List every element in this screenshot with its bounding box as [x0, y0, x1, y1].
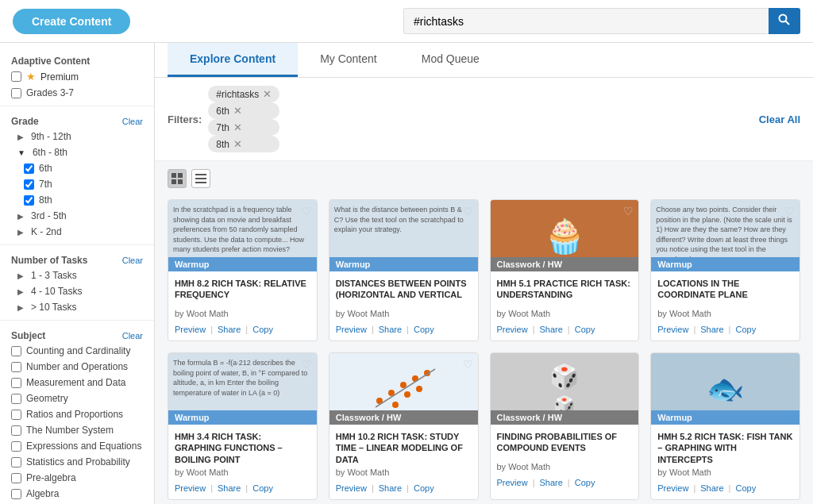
- favorite-icon[interactable]: ♡: [623, 358, 634, 371]
- grade-3-5-item[interactable]: ▶ 3rd - 5th: [0, 208, 154, 224]
- tab-explore[interactable]: Explore Content: [168, 43, 298, 77]
- subject-checkbox[interactable]: [11, 425, 21, 436]
- tasks-4-10-item[interactable]: ▶ 4 - 10 Tasks: [0, 283, 154, 299]
- grade-k-2-item[interactable]: ▶ K - 2nd: [0, 224, 154, 240]
- subject-label: Number and Operations: [26, 361, 128, 372]
- copy-link[interactable]: Copy: [414, 325, 434, 334]
- preview-link[interactable]: Preview: [497, 325, 528, 334]
- copy-link[interactable]: Copy: [252, 483, 273, 493]
- favorite-icon[interactable]: ♡: [463, 358, 473, 371]
- clear-all-button[interactable]: Clear All: [759, 113, 800, 125]
- filter-tag-remove[interactable]: ✕: [233, 138, 242, 150]
- subject-item[interactable]: Counting and Cardinality: [0, 343, 154, 359]
- preview-link[interactable]: Preview: [336, 325, 367, 334]
- preview-link[interactable]: Preview: [657, 483, 688, 493]
- svg-rect-5: [178, 179, 183, 184]
- grade-7-item[interactable]: 7th: [0, 176, 154, 192]
- search-button[interactable]: [769, 8, 800, 34]
- grade-6-8-item[interactable]: ▼ 6th - 8th: [0, 144, 154, 160]
- favorite-icon[interactable]: ♡: [784, 205, 795, 217]
- filter-tag-remove[interactable]: ✕: [263, 88, 272, 100]
- grade-6-checkbox[interactable]: [24, 164, 34, 174]
- search-input[interactable]: [403, 8, 769, 34]
- subject-item[interactable]: Pre-algebra: [0, 470, 154, 486]
- grade-8-checkbox[interactable]: [24, 195, 34, 206]
- subject-clear-link[interactable]: Clear: [122, 331, 143, 340]
- premium-checkbox[interactable]: [11, 71, 21, 82]
- subject-item[interactable]: Number and Operations: [0, 359, 154, 375]
- tasks-10-plus-item[interactable]: ▶ > 10 Tasks: [0, 299, 154, 315]
- card-body: HMH 3.4 RICH TASK: GRAPHING FUNCTIONS – …: [168, 425, 317, 480]
- tab-mod-queue[interactable]: Mod Queue: [399, 43, 502, 77]
- copy-link[interactable]: Copy: [735, 483, 756, 493]
- share-link[interactable]: Share: [539, 478, 562, 487]
- preview-link[interactable]: Preview: [497, 478, 528, 487]
- filter-tag-remove[interactable]: ✕: [233, 105, 242, 117]
- favorite-icon[interactable]: ♡: [463, 205, 473, 217]
- grade-7-checkbox[interactable]: [24, 179, 34, 190]
- share-link[interactable]: Share: [700, 325, 723, 334]
- card-badge: Classwork / HW: [491, 257, 639, 271]
- separator-1: |: [693, 483, 695, 493]
- subject-checkbox[interactable]: [11, 394, 21, 404]
- card-body: DISTANCES BETWEEN POINTS (HORIZONTAL AND…: [329, 271, 478, 321]
- tasks-1-3-item[interactable]: ▶ 1 - 3 Tasks: [0, 267, 154, 283]
- favorite-icon[interactable]: ♡: [302, 205, 312, 217]
- share-link[interactable]: Share: [379, 483, 402, 493]
- separator-2: |: [245, 483, 248, 493]
- share-link[interactable]: Share: [379, 325, 402, 334]
- grades-3-7-checkbox[interactable]: [11, 88, 21, 98]
- grade-8-item[interactable]: 8th: [0, 192, 154, 208]
- subject-checkbox[interactable]: [11, 457, 21, 467]
- subject-item[interactable]: Algebra: [0, 486, 154, 502]
- subject-checkbox[interactable]: [11, 489, 21, 499]
- copy-link[interactable]: Copy: [575, 478, 595, 487]
- share-link[interactable]: Share: [218, 325, 241, 334]
- share-link[interactable]: Share: [539, 325, 562, 334]
- list-view-button[interactable]: [191, 169, 210, 188]
- copy-link[interactable]: Copy: [252, 325, 273, 334]
- create-content-button[interactable]: Create Content: [13, 9, 130, 34]
- card-badge: Warmup: [168, 410, 317, 425]
- grade-6-item[interactable]: 6th: [0, 160, 154, 176]
- subject-checkbox[interactable]: [11, 362, 21, 372]
- svg-rect-3: [178, 173, 183, 178]
- copy-link[interactable]: Copy: [575, 325, 595, 334]
- favorite-icon[interactable]: ♡: [302, 358, 312, 371]
- filter-tag-remove[interactable]: ✕: [233, 121, 242, 133]
- subject-item[interactable]: Statistics and Probability: [0, 454, 154, 470]
- adaptive-content-title: Adaptive Content: [0, 51, 154, 68]
- share-link[interactable]: Share: [700, 483, 723, 493]
- subject-section-header: Subject Clear: [0, 325, 154, 343]
- subject-checkbox[interactable]: [11, 410, 21, 420]
- subject-item[interactable]: The Number System: [0, 422, 154, 438]
- list-icon: [195, 173, 206, 184]
- preview-link[interactable]: Preview: [175, 325, 206, 334]
- subject-checkbox[interactable]: [11, 441, 21, 452]
- favorite-icon[interactable]: ♡: [623, 205, 634, 217]
- grades-3-7-item[interactable]: Grades 3-7: [0, 85, 154, 101]
- preview-link[interactable]: Preview: [336, 483, 367, 493]
- subject-checkbox[interactable]: [11, 378, 21, 388]
- preview-link[interactable]: Preview: [175, 483, 206, 493]
- subject-item[interactable]: Ratios and Proportions: [0, 406, 154, 422]
- tasks-clear-link[interactable]: Clear: [122, 256, 143, 265]
- favorite-icon[interactable]: ♡: [784, 358, 795, 371]
- copy-link[interactable]: Copy: [414, 483, 434, 493]
- subject-item[interactable]: Expressions and Equations: [0, 438, 154, 454]
- subject-label: Pre-algebra: [26, 472, 76, 483]
- card-thumbnail: 🎲🎲 ♡ Classwork / HW: [491, 353, 639, 425]
- tab-my-content[interactable]: My Content: [298, 43, 399, 77]
- card-actions: Preview | Share | Copy: [491, 475, 639, 494]
- subject-checkbox[interactable]: [11, 346, 21, 356]
- separator-1: |: [372, 483, 374, 493]
- copy-link[interactable]: Copy: [735, 325, 756, 334]
- subject-item[interactable]: Geometry: [0, 391, 154, 406]
- subject-checkbox[interactable]: [11, 473, 21, 483]
- grade-clear-link[interactable]: Clear: [122, 117, 143, 126]
- grid-view-button[interactable]: [168, 169, 187, 188]
- subject-item[interactable]: Measurement and Data: [0, 375, 154, 391]
- preview-link[interactable]: Preview: [657, 325, 688, 334]
- grade-9-12-item[interactable]: ▶ 9th - 12th: [0, 129, 154, 144]
- share-link[interactable]: Share: [218, 483, 241, 493]
